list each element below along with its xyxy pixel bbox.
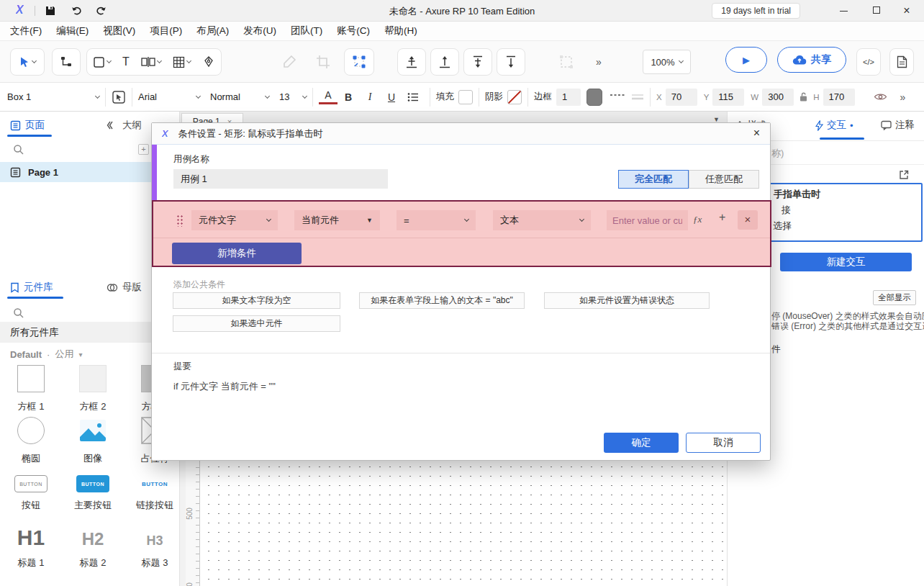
border-width-field[interactable]: 1 [556, 89, 581, 106]
font-weight-select[interactable]: Normal [210, 91, 269, 102]
close-window-button[interactable]: × [892, 0, 921, 22]
add-page-button[interactable]: + [138, 144, 149, 155]
bold-button[interactable]: B [338, 91, 359, 103]
menu-file[interactable]: 文件(F) [10, 24, 42, 37]
tab-pages[interactable]: 页面 [10, 119, 45, 132]
widget-h3[interactable]: H3 标题 3 [124, 523, 180, 569]
add-condition-button[interactable]: 新增条件 [172, 243, 302, 264]
widget-box2[interactable]: 方框 2 [62, 365, 124, 413]
menu-view[interactable]: 视图(V) [103, 24, 135, 37]
fill-color-swatch[interactable] [458, 90, 473, 104]
tab-interactions[interactable]: 交互 • [815, 119, 853, 132]
common-condition-button[interactable]: 如果选中元件 [173, 315, 340, 332]
common-condition-button[interactable]: 如果文本字段为空 [173, 292, 340, 309]
bullet-list-button[interactable] [402, 92, 424, 102]
menu-project[interactable]: 项目(P) [150, 24, 182, 37]
case-name-input[interactable] [173, 169, 388, 189]
close-dialog-button[interactable]: × [753, 127, 760, 140]
widget-ellipse[interactable]: 椭圆 [0, 417, 62, 465]
text-tool-button[interactable]: T [117, 49, 135, 75]
new-interaction-button[interactable]: 新建交互 [780, 253, 912, 271]
y-field[interactable]: 115 [712, 89, 744, 106]
lock-ratio-icon[interactable] [799, 91, 808, 102]
widget-style-select[interactable]: Box 1 [7, 91, 99, 102]
code-export-button[interactable]: </> [856, 48, 881, 76]
menu-account[interactable]: 账号(C) [337, 24, 370, 37]
pen-tool-button[interactable] [196, 49, 221, 75]
pages-search[interactable] [13, 144, 24, 155]
cancel-button[interactable]: 取消 [686, 433, 761, 453]
ok-button[interactable]: 确定 [604, 433, 679, 453]
tab-outline[interactable]: 大纲 [107, 119, 142, 132]
visibility-eye-icon[interactable] [874, 92, 887, 102]
spec-document-button[interactable] [889, 48, 914, 76]
w-field[interactable]: 300 [762, 89, 794, 106]
condition-target-select[interactable]: 当前元件 ▼ [294, 210, 380, 230]
show-all-button[interactable]: 全部显示 [873, 290, 916, 305]
widget-link-button[interactable]: BUTTON 链接按钮 [124, 475, 180, 512]
h-field[interactable]: 170 [823, 89, 855, 106]
font-size-select[interactable]: 13 [279, 91, 307, 102]
menu-arrange[interactable]: 布局(A) [196, 24, 229, 37]
match-any-button[interactable]: 任意匹配 [689, 170, 759, 189]
maximize-button[interactable] [862, 0, 891, 22]
format-painter-icon [277, 48, 302, 76]
library-filter[interactable]: Default · 公用 ▾ [10, 348, 82, 361]
condition-value-input[interactable] [607, 210, 688, 230]
font-family-select[interactable]: Arial [138, 91, 200, 102]
border-style-button[interactable] [610, 93, 625, 102]
table-tool-button[interactable] [167, 49, 196, 75]
menu-publish[interactable]: 发布(U) [243, 24, 276, 37]
widget-h2[interactable]: H2 标题 2 [62, 523, 124, 569]
redo-icon[interactable] [95, 5, 107, 17]
font-color-button[interactable]: A [319, 90, 338, 104]
transform-tool-button[interactable] [344, 48, 374, 76]
rectangle-tool-button[interactable] [87, 49, 117, 75]
save-icon[interactable] [45, 5, 56, 17]
menu-team[interactable]: 团队(T) [291, 24, 322, 37]
placeholder-tool-button[interactable] [135, 49, 167, 75]
minimize-button[interactable] [829, 0, 858, 22]
add-row-button[interactable]: + [719, 211, 725, 224]
fx-button[interactable]: ƒx [693, 214, 702, 225]
connector-tool-button[interactable] [52, 48, 81, 76]
widget-box1[interactable]: 方框 1 [0, 365, 62, 413]
widget-h1[interactable]: H1 标题 1 [0, 523, 62, 569]
share-button[interactable]: 共享 [777, 47, 846, 73]
undo-icon[interactable] [71, 5, 83, 17]
condition-type-select[interactable]: 文本 [493, 210, 591, 230]
style-picker-icon[interactable] [112, 90, 126, 104]
widget-name-placeholder[interactable]: 称) [771, 147, 784, 160]
widget-button[interactable]: BUTTON 按钮 [0, 475, 62, 512]
tab-widget-library[interactable]: 元件库 [10, 281, 53, 294]
remove-row-button[interactable]: × [738, 210, 758, 230]
condition-field-select[interactable]: 元件文字 [191, 210, 278, 230]
shadow-swatch[interactable] [507, 90, 522, 104]
widget-primary-button[interactable]: BUTTON 主要按钮 [62, 475, 124, 512]
align-bottom-button[interactable] [430, 48, 459, 76]
menu-edit[interactable]: 编辑(E) [56, 24, 89, 37]
align-top-button[interactable] [397, 48, 426, 76]
widget-image[interactable]: 图像 [62, 417, 124, 465]
common-condition-button[interactable]: 如果在表单字段上输入的文本 = "abc" [359, 292, 525, 309]
tab-notes[interactable]: 注释 [881, 119, 915, 132]
x-field[interactable]: 70 [666, 89, 697, 106]
border-color-swatch[interactable] [586, 89, 602, 106]
menu-help[interactable]: 帮助(H) [384, 24, 417, 37]
zoom-select[interactable]: 100% [643, 50, 691, 74]
preview-button[interactable]: ▶ [725, 47, 767, 73]
tab-masters[interactable]: 母版 [107, 281, 142, 294]
underline-button[interactable]: U [381, 91, 402, 103]
condition-operator-select[interactable]: = [397, 210, 476, 230]
more-style-options-button[interactable]: » [900, 91, 906, 103]
match-all-button[interactable]: 完全匹配 [618, 170, 689, 189]
common-condition-button[interactable]: 如果元件设置为错误状态 [544, 292, 710, 309]
more-tools-button[interactable]: » [589, 48, 609, 76]
expand-panel-icon[interactable] [898, 169, 910, 181]
select-tool-button[interactable] [10, 48, 45, 76]
distribute-horizontal-button[interactable] [463, 48, 492, 76]
distribute-vertical-button[interactable] [497, 48, 525, 76]
italic-button[interactable]: I [359, 91, 381, 103]
drag-handle-icon[interactable] [176, 215, 183, 227]
widget-search[interactable] [13, 307, 24, 319]
